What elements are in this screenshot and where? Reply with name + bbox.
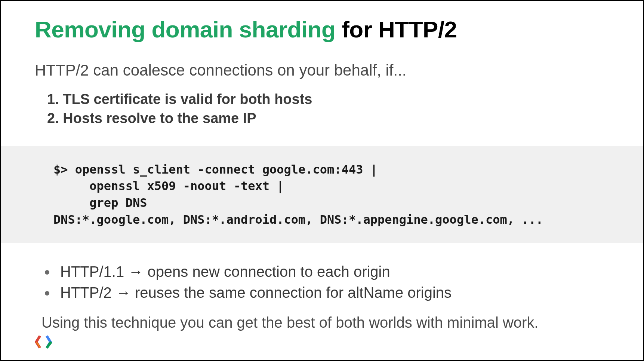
slide-title: Removing domain sharding for HTTP/2 — [35, 16, 609, 43]
bullets-list: HTTP/1.1 → opens new connection to each … — [56, 261, 609, 303]
condition-item: TLS certificate is valid for both hosts — [40, 90, 609, 109]
title-black: for HTTP/2 — [335, 16, 457, 42]
title-green: Removing domain sharding — [35, 16, 335, 42]
closing-text: Using this technique you can get the bes… — [41, 314, 609, 331]
bullet-item: HTTP/2 → reuses the same connection for … — [56, 282, 609, 303]
google-developers-logo-icon — [35, 334, 53, 349]
condition-item: Hosts resolve to the same IP — [40, 109, 609, 128]
subtitle: HTTP/2 can coalesce connections on your … — [35, 61, 609, 79]
code-block: $> openssl s_client -connect google.com:… — [1, 146, 643, 243]
conditions-list: TLS certificate is valid for both hosts … — [40, 90, 609, 128]
bullet-item: HTTP/1.1 → opens new connection to each … — [56, 261, 609, 282]
